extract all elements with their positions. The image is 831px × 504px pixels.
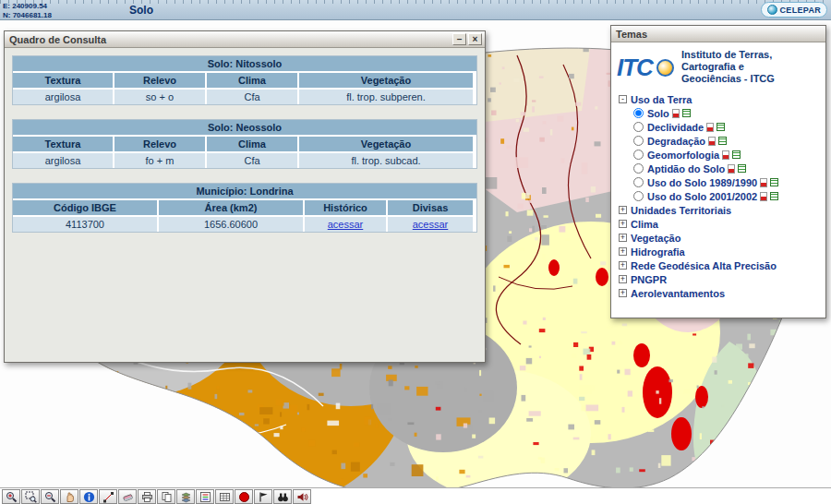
historico-link[interactable]: acessar bbox=[328, 219, 364, 230]
cell-vegetacao: fl. trop. subcad. bbox=[299, 153, 473, 168]
globe-icon bbox=[656, 59, 674, 77]
tool-stop-button[interactable] bbox=[235, 489, 253, 504]
tool-flag-button[interactable] bbox=[254, 489, 272, 504]
table-title: Município: Londrina bbox=[13, 184, 476, 198]
zoom-out-icon bbox=[44, 491, 56, 503]
column-header: Código IBGE bbox=[13, 200, 159, 215]
tree-node-hidrografia[interactable]: + Hidrografia bbox=[619, 245, 825, 258]
themes-panel: Temas ITC Instituto de Terras, Cartograf… bbox=[610, 25, 826, 318]
tool-erase-button[interactable] bbox=[118, 489, 137, 504]
tool-zoom-out-button[interactable] bbox=[41, 489, 59, 504]
pdf-icon[interactable] bbox=[672, 109, 680, 118]
legend-icon[interactable] bbox=[718, 137, 727, 145]
tree-item-aptidao-do-solo[interactable]: Aptidão do Solo bbox=[633, 162, 825, 175]
column-header: Relevo bbox=[114, 137, 207, 151]
app-root: E: 240909.54 N: 7046681.18 Solo CELEPAR … bbox=[0, 0, 831, 504]
tool-copy-button[interactable] bbox=[157, 489, 175, 504]
tree-node-pngpr[interactable]: + PNGPR bbox=[619, 272, 825, 286]
tree-item-solo[interactable]: Solo bbox=[633, 106, 825, 120]
tree-node-vegetacao[interactable]: + Vegetação bbox=[619, 231, 825, 245]
expand-icon[interactable]: + bbox=[619, 261, 627, 270]
tool-grid-button[interactable] bbox=[215, 489, 234, 504]
pdf-icon[interactable] bbox=[722, 150, 729, 160]
celepar-logo[interactable]: CELEPAR bbox=[761, 2, 827, 18]
municipality-table: Município: Londrina Código IBGE Área (km… bbox=[12, 183, 477, 233]
expand-icon[interactable]: + bbox=[619, 220, 627, 228]
degradacao-radio[interactable] bbox=[633, 136, 644, 146]
legend-list-icon bbox=[199, 491, 211, 503]
tree-item-declividade[interactable]: Declividade bbox=[633, 120, 825, 134]
geomorfologia-radio[interactable] bbox=[633, 150, 644, 160]
tree-node-rede-geodesica[interactable]: + Rede Geodésica Alta Precisão bbox=[619, 258, 825, 272]
tree-item-uso-solo-2001-2002[interactable]: Uso do Solo 2001/2002 bbox=[633, 189, 825, 203]
query-window-title: Quadro de Consulta bbox=[7, 34, 451, 45]
tool-pan-button[interactable] bbox=[60, 489, 78, 504]
uso-solo-01-02-radio[interactable] bbox=[633, 191, 644, 201]
pdf-icon[interactable] bbox=[706, 123, 714, 132]
tree-node-unidades-territoriais[interactable]: + Unidades Territoriais bbox=[619, 203, 825, 217]
tree-node-aerolevantamentos[interactable]: + Aerolevantamentos bbox=[619, 286, 825, 300]
measure-icon bbox=[102, 491, 114, 503]
printer-icon bbox=[141, 491, 153, 503]
tool-find-button[interactable] bbox=[273, 489, 292, 504]
tree-item-degradacao[interactable]: Degradação bbox=[633, 134, 825, 148]
declividade-radio[interactable] bbox=[633, 122, 644, 132]
query-window-titlebar[interactable]: Quadro de Consulta – × bbox=[5, 31, 485, 48]
column-header: Relevo bbox=[114, 73, 207, 88]
pdf-icon[interactable] bbox=[760, 178, 767, 187]
pdf-icon[interactable] bbox=[728, 164, 735, 174]
tool-measure-button[interactable] bbox=[99, 489, 117, 504]
tool-print-button[interactable] bbox=[138, 489, 156, 504]
expand-icon[interactable]: + bbox=[619, 234, 627, 242]
ruler-ticks bbox=[0, 0, 831, 4]
expand-icon[interactable]: + bbox=[619, 247, 627, 256]
column-header: Histórico bbox=[305, 200, 388, 215]
solo-radio[interactable] bbox=[633, 108, 644, 118]
tool-zoom-in-button[interactable] bbox=[2, 489, 20, 504]
expand-icon[interactable]: + bbox=[619, 289, 627, 297]
legend-icon[interactable] bbox=[770, 192, 778, 200]
column-header: Divisas bbox=[388, 200, 473, 215]
legend-icon[interactable] bbox=[682, 109, 691, 117]
celepar-swirl-icon bbox=[767, 5, 777, 15]
pdf-icon[interactable] bbox=[708, 137, 716, 146]
minimize-icon[interactable]: – bbox=[452, 33, 466, 45]
themes-panel-title: Temas bbox=[614, 29, 823, 40]
tree-node-clima[interactable]: + Clima bbox=[619, 217, 825, 231]
uso-solo-89-90-radio[interactable] bbox=[633, 177, 644, 187]
query-window-body: Solo: Nitossolo Textura Relevo Clima Veg… bbox=[5, 48, 485, 254]
aptidao-radio[interactable] bbox=[633, 163, 644, 174]
query-window: Quadro de Consulta – × Solo: Nitossolo T… bbox=[4, 30, 486, 363]
layers-icon bbox=[180, 491, 192, 503]
column-header: Clima bbox=[207, 137, 299, 151]
themes-tree: - Uso da Terra Solo Declividade bbox=[611, 89, 825, 300]
cell-clima: Cfa bbox=[207, 90, 299, 104]
close-icon[interactable]: × bbox=[468, 33, 482, 45]
tool-zoom-box-button[interactable] bbox=[21, 489, 40, 504]
column-header: Vegetação bbox=[299, 73, 473, 88]
tool-sound-button[interactable] bbox=[293, 489, 311, 504]
cell-codigo-ibge: 4113700 bbox=[13, 217, 159, 232]
tree-item-uso-solo-1989-1990[interactable]: Uso do Solo 1989/1990 bbox=[633, 175, 825, 189]
tree-node-uso-da-terra[interactable]: - Uso da Terra bbox=[619, 92, 825, 106]
tool-legend-button[interactable] bbox=[196, 489, 214, 504]
legend-icon[interactable] bbox=[770, 178, 778, 186]
cell-textura: argilosa bbox=[13, 90, 114, 104]
pdf-icon[interactable] bbox=[760, 192, 767, 201]
tool-layers-button[interactable] bbox=[176, 489, 195, 504]
table-title: Solo: Nitossolo bbox=[13, 56, 476, 71]
tool-identify-button[interactable] bbox=[79, 489, 98, 504]
collapse-icon[interactable]: - bbox=[619, 95, 627, 103]
divisas-link[interactable]: acessar bbox=[413, 219, 449, 230]
legend-icon[interactable] bbox=[732, 150, 741, 159]
cell-vegetacao: fl. trop. subperen. bbox=[299, 90, 473, 104]
expand-icon[interactable]: + bbox=[619, 275, 627, 283]
column-header: Clima bbox=[207, 73, 299, 88]
expand-icon[interactable]: + bbox=[619, 206, 627, 214]
tree-node-label: Uso da Terra bbox=[631, 94, 692, 105]
pan-hand-icon bbox=[64, 491, 76, 503]
themes-panel-titlebar[interactable]: Temas bbox=[611, 26, 825, 42]
tree-item-geomorfologia[interactable]: Geomorfologia bbox=[633, 148, 825, 162]
legend-icon[interactable] bbox=[717, 123, 725, 131]
legend-icon[interactable] bbox=[738, 164, 746, 173]
